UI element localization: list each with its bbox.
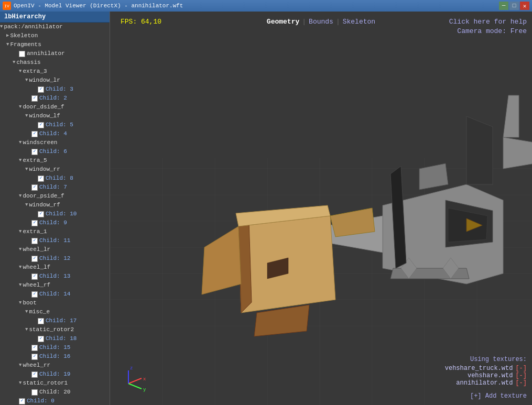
tree-item-child6[interactable]: Child: 6 bbox=[0, 147, 110, 156]
tree-arrow-boot[interactable]: ▼ bbox=[19, 299, 21, 307]
checkbox-child16[interactable] bbox=[31, 354, 38, 360]
tree-arrow-fragments[interactable]: ▼ bbox=[6, 41, 9, 49]
tree-arrow-wheel_lf[interactable]: ▼ bbox=[19, 264, 21, 271]
tree-item-windscreen[interactable]: ▼windscreen bbox=[0, 138, 110, 147]
tree-item-child4[interactable]: Child: 4 bbox=[0, 129, 110, 138]
tree-item-wheel_rr[interactable]: ▼wheel_rr bbox=[0, 361, 110, 370]
tree-item-static_rotor1[interactable]: ▼static_rotor1 bbox=[0, 379, 110, 388]
tree-item-child9[interactable]: Child: 9 bbox=[0, 218, 110, 227]
tree-item-child3[interactable]: Child: 3 bbox=[0, 85, 110, 94]
tree-item-child15[interactable]: Child: 15 bbox=[0, 343, 110, 352]
checkbox-child6[interactable] bbox=[31, 149, 38, 155]
hierarchy-panel[interactable]: lbHierarchy ▼pack:/annihilator▶Skeleton▼… bbox=[0, 12, 110, 405]
checkbox-child4[interactable] bbox=[31, 131, 38, 137]
tree-label-child7: Child: 7 bbox=[39, 183, 67, 191]
tree-item-skeleton[interactable]: ▶Skeleton bbox=[0, 31, 110, 40]
tree-item-child13[interactable]: Child: 13 bbox=[0, 272, 110, 281]
tree-item-child2[interactable]: Child: 2 bbox=[0, 94, 110, 103]
tree-arrow-extra_1[interactable]: ▼ bbox=[19, 228, 21, 236]
tree-label-child2: Child: 2 bbox=[39, 94, 67, 102]
checkbox-child3[interactable] bbox=[38, 86, 44, 93]
tree-arrow-chassis[interactable]: ▼ bbox=[13, 59, 15, 67]
tree-item-extra_5[interactable]: ▼extra_5 bbox=[0, 156, 110, 165]
checkbox-child2[interactable] bbox=[31, 95, 38, 102]
checkbox-child19[interactable] bbox=[31, 371, 38, 378]
checkbox-child5[interactable] bbox=[38, 122, 44, 128]
checkbox-child10[interactable] bbox=[38, 211, 44, 217]
tree-item-child14[interactable]: Child: 14 bbox=[0, 290, 110, 299]
tree-arrow-wheel_lr[interactable]: ▼ bbox=[19, 246, 21, 254]
tree-item-extra_1[interactable]: ▼extra_1 bbox=[0, 227, 110, 236]
checkbox-child17[interactable] bbox=[38, 318, 44, 324]
minimize-button[interactable]: ─ bbox=[499, 2, 508, 10]
tree-item-child8[interactable]: Child: 8 bbox=[0, 174, 110, 183]
tree-item-wheel_lf[interactable]: ▼wheel_lf bbox=[0, 263, 110, 272]
tree-item-pack[interactable]: ▼pack:/annihilator bbox=[0, 23, 110, 31]
tree-label-windscreen: windscreen bbox=[23, 139, 57, 147]
checkbox-child20[interactable] bbox=[31, 389, 38, 396]
tree-arrow-extra_5[interactable]: ▼ bbox=[19, 157, 21, 165]
tree-item-door_dside_f[interactable]: ▼door_dside_f bbox=[0, 103, 110, 112]
checkbox-child8[interactable] bbox=[38, 176, 44, 182]
tree-item-boot[interactable]: ▼boot bbox=[0, 299, 110, 308]
close-button[interactable]: ✕ bbox=[520, 2, 529, 10]
tree-item-window_lf[interactable]: ▼window_lf bbox=[0, 112, 110, 121]
tree-arrow-extra_3[interactable]: ▼ bbox=[19, 68, 21, 75]
checkbox-annihilator[interactable] bbox=[19, 51, 25, 57]
tree-label-skeleton: Skeleton bbox=[10, 32, 38, 40]
tree-item-extra_3[interactable]: ▼extra_3 bbox=[0, 67, 110, 76]
checkbox-child0[interactable] bbox=[19, 398, 25, 404]
tree-arrow-windscreen[interactable]: ▼ bbox=[19, 139, 21, 147]
tree-arrow-misc_e[interactable]: ▼ bbox=[25, 308, 28, 316]
tree-arrow-window_lf[interactable]: ▼ bbox=[25, 112, 28, 120]
svg-text:y: y bbox=[143, 387, 146, 392]
tree-item-wheel_rf[interactable]: ▼wheel_rf bbox=[0, 281, 110, 290]
tree-item-child16[interactable]: Child: 16 bbox=[0, 352, 110, 361]
tree-item-window_rf[interactable]: ▼window_rf bbox=[0, 201, 110, 210]
tree-arrow-static_rotor1[interactable]: ▼ bbox=[19, 379, 21, 387]
tree-item-child20[interactable]: Child: 20 bbox=[0, 388, 110, 397]
tree-item-child19[interactable]: Child: 19 bbox=[0, 370, 110, 379]
tree-arrow-pack[interactable]: ▼ bbox=[0, 23, 3, 31]
checkbox-child18[interactable] bbox=[38, 336, 44, 342]
viewport[interactable]: x y z FPS: 64,10 Geometry | Bounds | Ske… bbox=[110, 12, 532, 405]
tree-item-child17[interactable]: Child: 17 bbox=[0, 316, 110, 325]
checkbox-child15[interactable] bbox=[31, 345, 38, 351]
tree-item-child10[interactable]: Child: 10 bbox=[0, 210, 110, 218]
checkbox-child13[interactable] bbox=[31, 273, 38, 280]
tree-item-child5[interactable]: Child: 5 bbox=[0, 121, 110, 129]
tree-label-child10: Child: 10 bbox=[46, 210, 77, 218]
checkbox-child14[interactable] bbox=[31, 291, 38, 298]
tree-item-child12[interactable]: Child: 12 bbox=[0, 254, 110, 263]
tree-item-window_rr[interactable]: ▼window_rr bbox=[0, 165, 110, 174]
checkbox-child9[interactable] bbox=[31, 220, 38, 226]
tree-arrow-door_dside_f[interactable]: ▼ bbox=[19, 103, 21, 111]
tree-item-child0[interactable]: Child: 0 bbox=[0, 397, 110, 405]
window-controls: ─ □ ✕ bbox=[499, 2, 529, 10]
tree-item-wheel_lr[interactable]: ▼wheel_lr bbox=[0, 245, 110, 254]
tree-item-child18[interactable]: Child: 18 bbox=[0, 334, 110, 343]
tree-arrow-window_rr[interactable]: ▼ bbox=[25, 166, 28, 173]
tree-arrow-wheel_rr[interactable]: ▼ bbox=[19, 362, 21, 369]
tree-arrow-skeleton[interactable]: ▶ bbox=[6, 32, 9, 40]
tree-arrow-wheel_rf[interactable]: ▼ bbox=[19, 281, 21, 289]
tree-item-child7[interactable]: Child: 7 bbox=[0, 183, 110, 192]
checkbox-child11[interactable] bbox=[31, 238, 38, 244]
tree-arrow-static_rotor2[interactable]: ▼ bbox=[25, 326, 28, 334]
checkbox-child12[interactable] bbox=[31, 256, 38, 262]
tree-item-chassis[interactable]: ▼chassis bbox=[0, 58, 110, 67]
maximize-button[interactable]: □ bbox=[509, 2, 519, 10]
tree-label-child19: Child: 19 bbox=[39, 370, 70, 378]
tree-item-static_rotor2[interactable]: ▼static_rotor2 bbox=[0, 325, 110, 334]
tree-arrow-window_lr[interactable]: ▼ bbox=[25, 76, 28, 84]
tree-item-child11[interactable]: Child: 11 bbox=[0, 236, 110, 245]
tree-arrow-door_pside_f[interactable]: ▼ bbox=[19, 192, 21, 200]
tree-arrow-window_rf[interactable]: ▼ bbox=[25, 201, 28, 209]
tree-item-door_pside_f[interactable]: ▼door_pside_f bbox=[0, 192, 110, 201]
tree-item-annihilator[interactable]: annihilator bbox=[0, 49, 110, 58]
checkbox-child7[interactable] bbox=[31, 184, 38, 191]
tree-item-fragments[interactable]: ▼Fragments bbox=[0, 40, 110, 49]
tree-label-child3: Child: 3 bbox=[46, 85, 73, 93]
tree-item-misc_e[interactable]: ▼misc_e bbox=[0, 308, 110, 316]
tree-item-window_lr[interactable]: ▼window_lr bbox=[0, 76, 110, 85]
